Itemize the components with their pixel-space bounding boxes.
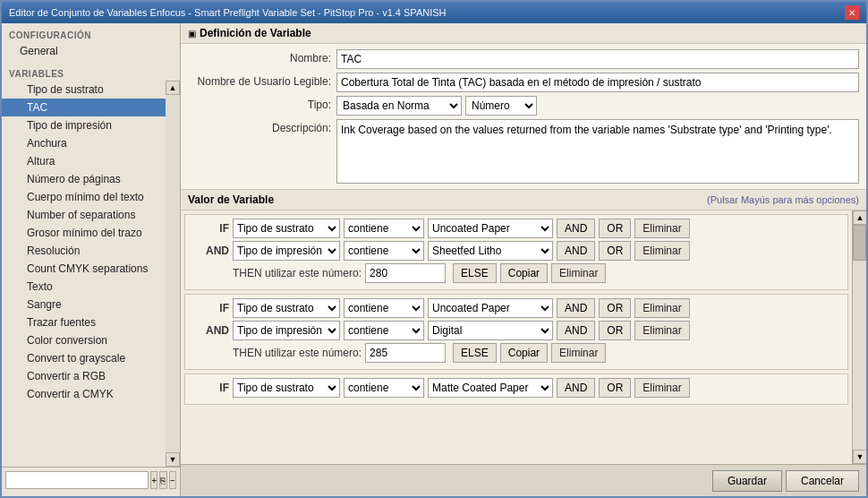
rule2-and-val[interactable]: Digital [428, 321, 553, 340]
rules-area: IF Tipo de sustrato contiene Uncoated Pa… [181, 210, 852, 464]
rule1-and-label: AND [189, 245, 229, 257]
sidebar-item-grosor-trazo[interactable]: Grosor mínimo del trazo [2, 224, 166, 242]
sidebar: CONFIGURACIÓN General VARIABLES Tipo de … [2, 23, 181, 496]
rule2-elim2-button[interactable]: Eliminar [634, 321, 689, 340]
sidebar-scrollbar[interactable]: ▲ ▼ [166, 81, 180, 467]
sidebar-copy-button[interactable]: ⎘ [159, 471, 166, 489]
value-title: Valor de Variable [188, 193, 274, 206]
rule2-copy-button[interactable]: Copiar [500, 343, 548, 363]
sidebar-item-sangre[interactable]: Sangre [2, 296, 166, 313]
main-window: Editor de Conjunto de Variables Enfocus … [0, 0, 868, 498]
sidebar-bottom-bar: + ⎘ − [2, 467, 180, 493]
rule3-if-op[interactable]: contiene [344, 378, 424, 398]
nombre-input[interactable] [336, 49, 859, 69]
close-button[interactable]: ✕ [845, 5, 859, 20]
rule3-and-button[interactable]: AND [557, 378, 595, 398]
rule3-if-type[interactable]: Tipo de sustrato [233, 378, 340, 398]
sidebar-item-color-conversion[interactable]: Color conversion [2, 331, 166, 349]
rule1-and-op[interactable]: contiene [344, 241, 424, 261]
rule3-or-button[interactable]: OR [599, 378, 631, 398]
descripcion-textarea[interactable]: Ink Coverage based on the values returne… [336, 119, 859, 184]
rule2-and-button[interactable]: AND [557, 298, 595, 318]
rule1-if-type[interactable]: Tipo de sustrato [233, 219, 340, 238]
rules-scroll-down-icon[interactable]: ▼ [853, 450, 866, 464]
sidebar-item-texto[interactable]: Texto [2, 278, 166, 296]
rule3-if-val[interactable]: Matte Coated Paper [428, 378, 553, 398]
rule2-and-type[interactable]: Tipo de impresión [233, 321, 340, 340]
rule1-and-val[interactable]: Sheetfed Litho [428, 241, 553, 261]
legible-row: Nombre de Usuario Legible: [188, 73, 859, 92]
rule2-or-button[interactable]: OR [599, 298, 631, 318]
rules-area-wrap: IF Tipo de sustrato contiene Uncoated Pa… [181, 210, 866, 464]
sidebar-item-convertir-cmyk[interactable]: Convertir a CMYK [2, 385, 166, 403]
rules-scrollbar: ▲ ▼ [852, 210, 866, 464]
sidebar-delete-button[interactable]: − [169, 471, 176, 489]
rule1-elim3-button[interactable]: Eliminar [551, 263, 606, 283]
rule2-else-button[interactable]: ELSE [453, 343, 497, 363]
rule1-then-input[interactable] [365, 263, 446, 283]
rule1-or2-button[interactable]: OR [599, 241, 631, 261]
rule1-then-row: THEN utilizar este número: ELSE Copiar E… [189, 263, 844, 283]
legible-label: Nombre de Usuario Legible: [188, 73, 331, 88]
cancelar-button[interactable]: Cancelar [786, 470, 859, 492]
variables-section-title: VARIABLES [2, 65, 180, 81]
rules-scrollbar-thumb[interactable] [853, 225, 866, 261]
main-area: CONFIGURACIÓN General VARIABLES Tipo de … [2, 23, 866, 496]
rule1-elim-button[interactable]: Eliminar [634, 219, 689, 238]
rule2-if-op[interactable]: contiene [344, 298, 424, 318]
rule1-or-button[interactable]: OR [599, 219, 631, 238]
sidebar-item-tipo-sustrato[interactable]: Tipo de sustrato [2, 81, 166, 99]
rule2-elim3-button[interactable]: Eliminar [551, 343, 606, 363]
sidebar-item-convertir-rgb[interactable]: Convertir a RGB [2, 367, 166, 385]
rule2-if-val[interactable]: Uncoated Paper [428, 298, 553, 318]
rule1-else-button[interactable]: ELSE [453, 263, 497, 283]
scroll-down-icon[interactable]: ▼ [166, 452, 180, 467]
sidebar-item-trazar-fuentes[interactable]: Trazar fuentes [2, 313, 166, 331]
rule1-elim2-button[interactable]: Eliminar [634, 241, 689, 261]
rules-scroll-up-icon[interactable]: ▲ [853, 210, 866, 225]
definition-section: ▣ Definición de Variable Nombre: Nombre … [181, 23, 866, 190]
sidebar-item-num-paginas[interactable]: Número de páginas [2, 170, 166, 188]
definition-toggle[interactable]: ▣ [188, 29, 196, 39]
rule2-if-type[interactable]: Tipo de sustrato [233, 298, 340, 318]
bottom-bar: Guardar Cancelar [181, 464, 866, 496]
sidebar-add-button[interactable]: + [150, 471, 157, 489]
sidebar-item-convert-grayscale[interactable]: Convert to grayscale [2, 349, 166, 367]
scroll-up-icon[interactable]: ▲ [166, 81, 180, 95]
rule2-or2-button[interactable]: OR [599, 321, 631, 340]
sidebar-item-altura[interactable]: Altura [2, 152, 166, 170]
sidebar-item-anchura[interactable]: Anchura [2, 134, 166, 152]
sidebar-item-resolucion[interactable]: Resolución [2, 242, 166, 260]
value-header: Valor de Variable (Pulsar Mayús para más… [181, 190, 866, 210]
sidebar-item-count-cmyk[interactable]: Count CMYK separations [2, 260, 166, 278]
rule1-if-val[interactable]: Uncoated Paper [428, 219, 553, 238]
sidebar-item-tipo-impresion[interactable]: Tipo de impresión [2, 116, 166, 134]
rule3-if-row: IF Tipo de sustrato contiene Matte Coate… [189, 378, 844, 398]
tipo-select1[interactable]: Basada en Norma [336, 96, 462, 116]
sidebar-item-cuerpo-min[interactable]: Cuerpo mínimo del texto [2, 188, 166, 206]
rule1-if-op[interactable]: contiene [344, 219, 424, 238]
sidebar-item-num-separations[interactable]: Number of separations [2, 206, 166, 224]
legible-input[interactable] [336, 73, 859, 92]
rule1-and-type[interactable]: Tipo de impresión [233, 241, 340, 261]
descripcion-row: Descripción: Ink Coverage based on the v… [188, 119, 859, 184]
rule1-and2-button[interactable]: AND [557, 241, 595, 261]
rule2-and2-button[interactable]: AND [557, 321, 595, 340]
rule3-elim-button[interactable]: Eliminar [634, 378, 689, 398]
sidebar-item-tac[interactable]: TAC [2, 99, 166, 116]
sidebar-item-general[interactable]: General [2, 42, 180, 60]
rule1-and-button[interactable]: AND [557, 219, 595, 238]
tipo-label: Tipo: [188, 96, 331, 111]
rule2-and-op[interactable]: contiene [344, 321, 424, 340]
tipo-select2[interactable]: Número [465, 96, 537, 116]
guardar-button[interactable]: Guardar [712, 470, 782, 492]
rules-scrollbar-track [853, 225, 866, 450]
rule2-if-row: IF Tipo de sustrato contiene Uncoated Pa… [189, 298, 844, 318]
rule1-if-row: IF Tipo de sustrato contiene Uncoated Pa… [189, 219, 844, 238]
rule2-elim-button[interactable]: Eliminar [634, 298, 689, 318]
sidebar-search-input[interactable] [5, 471, 149, 489]
rule1-if-label: IF [189, 222, 229, 235]
descripcion-label: Descripción: [188, 119, 331, 134]
rule1-copy-button[interactable]: Copiar [500, 263, 548, 283]
rule2-then-input[interactable] [365, 343, 446, 363]
